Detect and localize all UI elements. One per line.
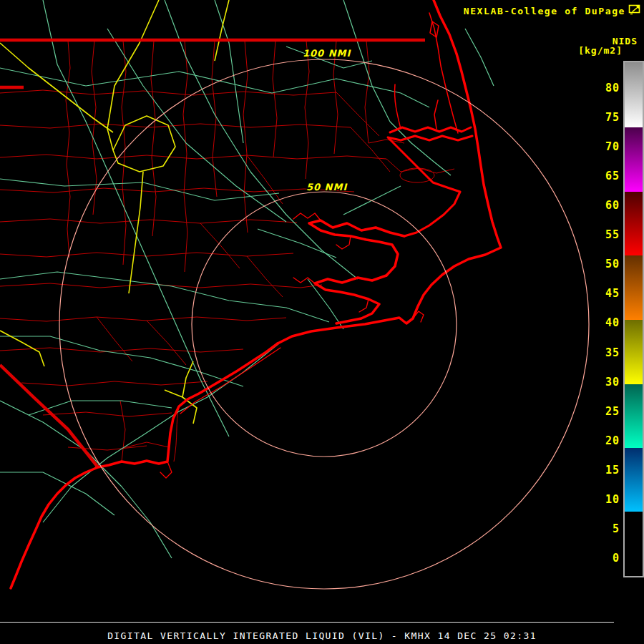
cod-flag-icon <box>628 4 641 18</box>
colorbar <box>623 61 644 577</box>
colorbar-tick-label: 80 <box>595 82 620 94</box>
colorbar-tick-label: 25 <box>595 405 620 418</box>
colorbar-segment <box>625 448 643 512</box>
header-brand: NEXLAB-College of DuPage <box>464 4 641 18</box>
colorbar-tick-label: 10 <box>595 493 620 506</box>
range-ring-100nmi <box>59 59 589 589</box>
colorbar-tick-label: 35 <box>595 346 620 359</box>
colorbar-segment <box>625 192 643 255</box>
colorbar-tick-label: 50 <box>595 258 620 270</box>
colorbar-segment <box>625 512 643 575</box>
colorbar-tick-label: 55 <box>595 228 620 241</box>
coastline <box>11 0 501 588</box>
brand-text: NEXLAB-College of DuPage <box>464 6 625 16</box>
radar-display: 100 NMI 50 NMI NEXLAB-College of DuPage … <box>0 0 644 644</box>
colorbar-segment <box>625 62 643 127</box>
caption-divider <box>0 622 614 623</box>
colorbar-segment <box>625 320 643 384</box>
radar-map <box>0 0 644 644</box>
caption-text: DIGITAL VERTICALLY INTEGRATED LIQUID (VI… <box>0 630 644 641</box>
colorbar-tick-label: 45 <box>595 287 620 300</box>
colorbar-tick-label: 5 <box>595 522 620 535</box>
colorbar-tick-label: 70 <box>595 140 620 153</box>
colorbar-tick-label: 15 <box>595 464 620 477</box>
range-label-50nmi: 50 NMI <box>306 182 347 192</box>
colorbar-tick-label: 75 <box>595 111 620 124</box>
colorbar-tick-label: 20 <box>595 434 620 447</box>
road-lines-interstate <box>0 0 229 424</box>
colorbar-segment <box>625 384 643 448</box>
range-label-100nmi: 100 NMI <box>303 48 351 59</box>
range-rings <box>59 59 589 589</box>
county-lines <box>0 41 454 462</box>
colorbar-tick-label: 65 <box>595 170 620 182</box>
colorbar-segment <box>625 127 643 192</box>
colorbar-tick-label: 60 <box>595 199 620 212</box>
colorbar-tick-label: 0 <box>595 552 620 565</box>
colorbar-segment <box>625 255 643 320</box>
colorbar-tick-label: 30 <box>595 376 620 389</box>
colorbar-tick-label: 40 <box>595 316 620 329</box>
colorbar-units: [kg/m2] <box>578 45 623 56</box>
